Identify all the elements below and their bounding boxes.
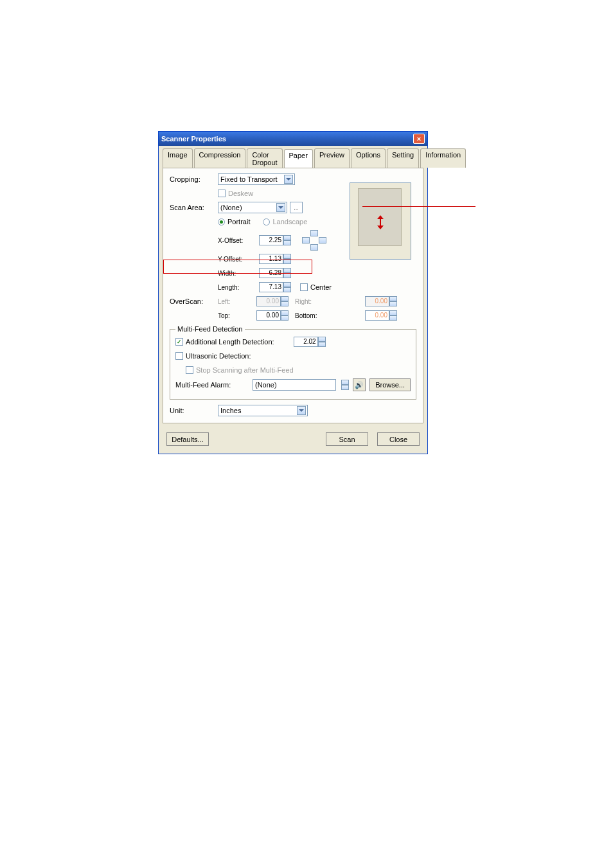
tab-paper[interactable]: Paper — [284, 149, 313, 168]
unit-value: Inches — [220, 407, 241, 414]
scan-button[interactable]: Scan — [326, 432, 368, 446]
chevron-down-icon[interactable] — [284, 175, 293, 184]
checkbox-icon — [218, 190, 226, 197]
spin-down-icon[interactable] — [283, 240, 291, 245]
offset-nav-pad[interactable] — [302, 230, 326, 251]
nav-left-icon[interactable] — [302, 237, 310, 244]
close-icon[interactable]: × — [413, 134, 425, 144]
nav-right-icon[interactable] — [319, 237, 326, 244]
spin-up-icon — [281, 296, 289, 301]
cropping-value: Fixed to Transport — [220, 175, 278, 183]
cropping-label: Cropping: — [170, 175, 218, 183]
portrait-label: Portrait — [227, 218, 250, 226]
speaker-icon[interactable]: 🔊 — [353, 378, 366, 391]
center-checkbox[interactable]: Center — [300, 283, 332, 291]
alarm-volume-spinner[interactable] — [341, 380, 349, 390]
radio-icon — [263, 218, 270, 226]
checkbox-icon — [175, 338, 183, 346]
length-value[interactable]: 7.13 — [259, 282, 283, 292]
xoffset-label: X-Offset: — [218, 237, 250, 244]
portrait-radio[interactable]: Portrait — [218, 218, 250, 226]
chevron-down-icon[interactable] — [297, 406, 306, 415]
top-value[interactable]: 0.00 — [256, 310, 281, 321]
tab-compression[interactable]: Compression — [194, 148, 246, 168]
scan-area-more-button[interactable]: ... — [290, 202, 303, 213]
footer-buttons: Defaults... Scan Close — [159, 427, 427, 454]
ald-spinner[interactable]: 2.02 — [294, 337, 326, 347]
unit-dropdown[interactable]: Inches — [218, 405, 308, 416]
spin-down-icon[interactable] — [283, 259, 291, 264]
ald-value[interactable]: 2.02 — [294, 337, 318, 347]
landscape-label: Landscape — [272, 218, 307, 226]
spin-down-icon[interactable] — [318, 342, 326, 347]
multi-feed-detection-group: Multi-Feed Detection Additional Length D… — [170, 325, 416, 400]
length-spinner[interactable]: 7.13 — [259, 282, 291, 292]
width-label: Width: — [218, 270, 250, 277]
deskew-label: Deskew — [228, 190, 253, 197]
stop-scanning-label: Stop Scanning after Multi-Feed — [196, 366, 294, 374]
spin-up-icon[interactable] — [283, 235, 291, 240]
spin-up-icon[interactable] — [283, 282, 291, 287]
right-label: Right: — [295, 298, 312, 305]
spin-down-icon[interactable] — [389, 315, 397, 321]
checkbox-icon — [300, 283, 308, 291]
close-button[interactable]: Close — [377, 432, 420, 446]
length-indicator-icon — [377, 215, 384, 229]
center-label: Center — [310, 283, 332, 291]
spin-up-icon[interactable] — [341, 380, 349, 385]
tab-options[interactable]: Options — [351, 148, 386, 168]
nav-down-icon[interactable] — [310, 244, 318, 251]
deskew-checkbox: Deskew — [218, 190, 253, 197]
scan-area-dropdown[interactable]: (None) — [218, 202, 287, 213]
spin-down-icon[interactable] — [283, 287, 291, 292]
left-value: 0.00 — [256, 296, 281, 306]
ald-label: Additional Length Detection: — [186, 338, 274, 346]
browse-button[interactable]: Browse... — [369, 378, 411, 391]
tab-preview[interactable]: Preview — [314, 148, 350, 168]
callout-line — [362, 206, 475, 207]
width-value[interactable]: 6.28 — [259, 268, 283, 278]
chevron-down-icon[interactable] — [276, 203, 285, 212]
alarm-dropdown[interactable]: (None) — [253, 379, 336, 391]
spin-up-icon[interactable] — [281, 310, 289, 315]
nav-up-icon[interactable] — [310, 230, 318, 236]
spin-up-icon[interactable] — [318, 337, 326, 342]
titlebar[interactable]: Scanner Properties × — [159, 132, 427, 146]
tab-color-dropout[interactable]: Color Dropout — [247, 148, 282, 168]
defaults-button[interactable]: Defaults... — [166, 432, 209, 446]
bottom-value[interactable]: 0.00 — [365, 310, 389, 321]
cropping-dropdown[interactable]: Fixed to Transport — [218, 173, 295, 185]
checkbox-icon — [175, 352, 183, 360]
xoffset-value[interactable]: 2.25 — [259, 235, 283, 245]
ultrasonic-checkbox[interactable]: Ultrasonic Detection: — [175, 352, 251, 360]
spin-up-icon[interactable] — [283, 268, 291, 273]
spin-up-icon[interactable] — [389, 310, 397, 315]
radio-icon — [218, 218, 225, 226]
alarm-value: (None) — [255, 381, 277, 389]
spin-down-icon — [281, 301, 289, 306]
spin-down-icon[interactable] — [283, 273, 291, 278]
unit-label: Unit: — [170, 407, 218, 414]
ultrasonic-label: Ultrasonic Detection: — [186, 352, 251, 360]
bottom-spinner[interactable]: 0.00 — [365, 310, 397, 321]
spin-up-icon — [389, 296, 397, 301]
xoffset-spinner[interactable]: 2.25 — [259, 235, 291, 245]
spin-down-icon — [389, 301, 397, 306]
alarm-label: Multi-Feed Alarm: — [175, 381, 253, 389]
ald-checkbox[interactable]: Additional Length Detection: — [175, 338, 274, 346]
window-title: Scanner Properties — [161, 135, 226, 143]
width-spinner[interactable]: 6.28 — [259, 268, 291, 278]
spin-up-icon[interactable] — [283, 254, 291, 259]
tab-information[interactable]: Information — [420, 148, 466, 168]
scan-area-value: (None) — [220, 204, 242, 211]
stop-scanning-checkbox: Stop Scanning after Multi-Feed — [186, 366, 294, 374]
top-spinner[interactable]: 0.00 — [256, 310, 289, 321]
yoffset-value[interactable]: 1.13 — [259, 254, 283, 264]
tab-setting[interactable]: Setting — [387, 148, 419, 168]
left-spinner: 0.00 — [256, 296, 289, 306]
tab-image[interactable]: Image — [163, 148, 193, 168]
spin-down-icon[interactable] — [341, 385, 349, 390]
yoffset-spinner[interactable]: 1.13 — [259, 254, 291, 264]
bottom-label: Bottom: — [295, 312, 317, 319]
spin-down-icon[interactable] — [281, 315, 289, 321]
